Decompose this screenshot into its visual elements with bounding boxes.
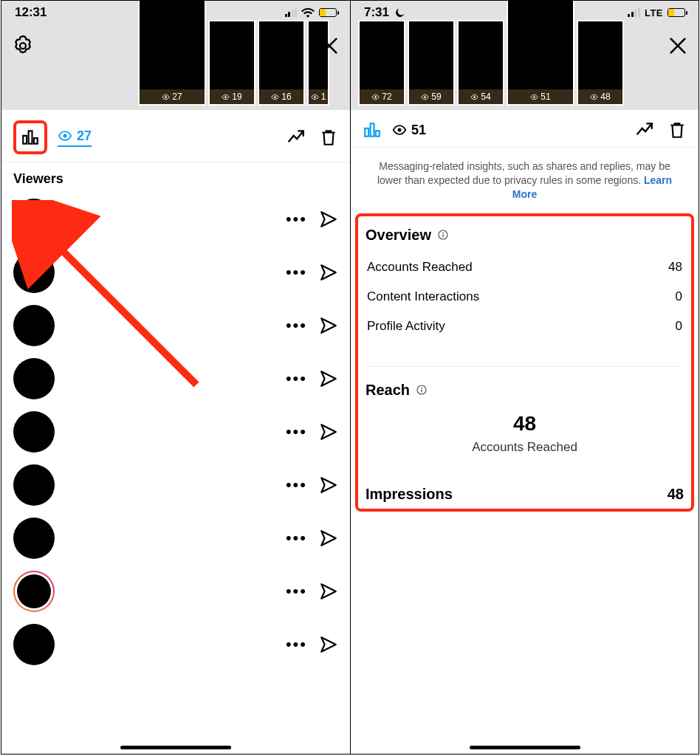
trash-icon[interactable]: [668, 120, 687, 140]
more-icon[interactable]: •••: [286, 475, 307, 495]
reach-subtitle: Accounts Reached: [366, 440, 684, 455]
overview-row: Accounts Reached48: [366, 252, 684, 282]
svg-rect-17: [371, 123, 374, 136]
send-icon[interactable]: [319, 582, 338, 601]
overview-row: Content Interactions0: [366, 282, 684, 312]
clock: 12:31: [15, 5, 47, 20]
viewer-row[interactable]: •••: [1, 352, 350, 405]
svg-point-12: [424, 96, 426, 98]
overview-row: Profile Activity0: [366, 312, 684, 341]
wifi-icon: [301, 7, 315, 18]
viewers-tab-button[interactable]: 27: [58, 128, 92, 147]
viewer-row[interactable]: •••: [1, 512, 350, 565]
more-icon[interactable]: •••: [286, 582, 307, 601]
overview-label: Profile Activity: [367, 319, 445, 334]
send-icon[interactable]: [319, 369, 338, 388]
gear-icon[interactable]: [361, 35, 383, 57]
insights-icon[interactable]: [635, 120, 654, 140]
close-icon[interactable]: [319, 35, 340, 56]
overview-heading: Overview: [366, 227, 684, 244]
avatar[interactable]: [13, 199, 55, 240]
info-icon[interactable]: [437, 229, 449, 241]
impressions-row: Impressions 48: [366, 486, 684, 503]
send-icon[interactable]: [319, 263, 338, 282]
reach-heading: Reach: [366, 382, 684, 399]
overview-value: 48: [668, 260, 682, 275]
cellular-icon: [285, 8, 298, 17]
svg-rect-18: [376, 131, 380, 137]
svg-point-1: [165, 96, 167, 98]
close-icon[interactable]: [668, 35, 688, 56]
svg-rect-7: [34, 138, 38, 144]
more-icon[interactable]: •••: [286, 529, 307, 548]
viewer-row[interactable]: •••: [1, 246, 350, 299]
viewer-row[interactable]: •••: [1, 405, 350, 458]
screen-header: [1, 24, 350, 61]
send-icon[interactable]: [319, 475, 338, 495]
reach-value: 48: [366, 412, 684, 436]
svg-point-24: [421, 388, 422, 389]
insights-icon[interactable]: [286, 128, 306, 147]
clock: 7:31: [364, 5, 389, 20]
more-icon[interactable]: •••: [286, 316, 307, 335]
viewer-row[interactable]: •••: [1, 458, 350, 512]
insights-tab-button[interactable]: [13, 120, 47, 154]
insights-toolbar: 51: [351, 110, 699, 148]
avatar[interactable]: [13, 624, 55, 665]
svg-point-2: [224, 96, 227, 98]
cellular-icon: [628, 8, 640, 17]
viewer-row[interactable]: •••: [1, 193, 350, 246]
svg-point-10: [369, 43, 375, 49]
phone-left: 12:31 27: [1, 1, 350, 754]
overview-label: Accounts Reached: [367, 260, 473, 275]
story-carousel-area: 12:31 27: [1, 1, 350, 110]
more-icon[interactable]: •••: [286, 369, 307, 388]
impressions-value: 48: [668, 486, 684, 503]
svg-point-15: [593, 96, 595, 98]
avatar[interactable]: [13, 518, 55, 559]
send-icon[interactable]: [319, 529, 338, 548]
send-icon[interactable]: [319, 210, 338, 229]
avatar[interactable]: [13, 464, 55, 506]
screen-header: [351, 24, 699, 61]
home-indicator: [470, 746, 580, 749]
svg-point-3: [274, 96, 276, 98]
avatar[interactable]: [13, 571, 55, 612]
more-icon[interactable]: •••: [286, 422, 307, 441]
svg-point-21: [442, 233, 444, 234]
avatar[interactable]: [13, 252, 55, 293]
overview-label: Content Interactions: [367, 289, 479, 304]
status-bar: 7:31 LTE: [351, 1, 699, 24]
overview-value: 0: [676, 289, 682, 304]
impressions-label: Impressions: [366, 486, 453, 503]
more-icon[interactable]: •••: [286, 210, 307, 229]
viewers-list[interactable]: ••• ••• ••• •••: [1, 193, 350, 754]
status-bar: 12:31: [1, 1, 350, 24]
viewer-row[interactable]: •••: [1, 618, 350, 671]
insights-tab-button[interactable]: [363, 120, 382, 140]
svg-point-11: [374, 96, 377, 98]
overview-value: 0: [676, 319, 682, 334]
svg-point-13: [473, 96, 476, 98]
gear-icon[interactable]: [12, 35, 34, 57]
trash-icon[interactable]: [319, 128, 338, 147]
svg-point-14: [533, 96, 535, 98]
send-icon[interactable]: [319, 635, 338, 654]
send-icon[interactable]: [319, 316, 338, 335]
svg-point-4: [314, 96, 316, 98]
viewer-row[interactable]: •••: [1, 565, 350, 618]
send-icon[interactable]: [319, 422, 338, 441]
battery-icon: [319, 8, 337, 17]
more-icon[interactable]: •••: [286, 635, 307, 654]
avatar[interactable]: [13, 358, 55, 399]
more-icon[interactable]: •••: [286, 263, 307, 282]
avatar[interactable]: [13, 411, 55, 453]
insights-toolbar: 27: [1, 110, 350, 162]
avatar[interactable]: [13, 305, 55, 346]
viewer-row[interactable]: •••: [1, 299, 350, 352]
info-icon[interactable]: [416, 384, 428, 396]
svg-point-19: [398, 128, 402, 132]
story-carousel-area: 7:31 LTE 7259545148: [351, 1, 699, 110]
viewers-tab-button[interactable]: 51: [392, 123, 426, 138]
svg-rect-22: [442, 235, 443, 238]
